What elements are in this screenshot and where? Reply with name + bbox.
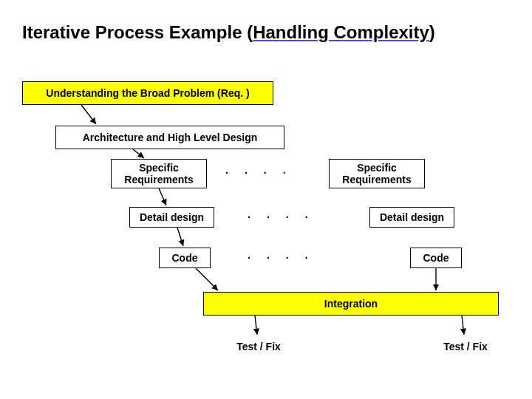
label-integration: Integration xyxy=(324,298,378,310)
box-integration: Integration xyxy=(203,292,499,316)
svg-line-6 xyxy=(255,316,257,335)
label-specreq-left: Specific Requirements xyxy=(124,162,193,185)
dot: · xyxy=(245,167,248,179)
box-testfix-left: Test / Fix xyxy=(225,336,292,357)
slide-title: Iterative Process Example (Handling Comp… xyxy=(22,22,435,43)
dot: · xyxy=(283,167,286,179)
svg-line-2 xyxy=(159,188,166,205)
dots-row-2: · · · · xyxy=(248,211,308,223)
label-architecture: Architecture and High Level Design xyxy=(83,132,258,143)
dot: · xyxy=(305,211,308,223)
box-understanding: Understanding the Broad Problem (Req. ) xyxy=(22,81,273,105)
box-detail-left: Detail design xyxy=(129,207,214,228)
label-testfix-left: Test / Fix xyxy=(236,341,281,352)
dot: · xyxy=(305,252,308,264)
dot: · xyxy=(267,211,270,223)
label-detail-left: Detail design xyxy=(140,211,204,223)
label-code-right: Code xyxy=(423,252,449,264)
svg-line-0 xyxy=(81,105,96,124)
box-detail-right: Detail design xyxy=(369,207,454,228)
dots-row-1: · · · · xyxy=(225,167,286,179)
dot: · xyxy=(286,211,289,223)
label-detail-right: Detail design xyxy=(380,211,444,223)
dot: · xyxy=(267,252,270,264)
title-prefix: Iterative Process Example ( xyxy=(22,22,253,42)
dot: · xyxy=(225,167,228,179)
box-specreq-right: Specific Requirements xyxy=(329,159,425,188)
label-specreq-right: Specific Requirements xyxy=(342,162,411,185)
svg-line-3 xyxy=(177,228,183,246)
box-specreq-left: Specific Requirements xyxy=(111,159,207,188)
title-underlined: Handling Complexity xyxy=(253,22,429,42)
dot: · xyxy=(248,211,250,223)
box-testfix-right: Test / Fix xyxy=(432,336,499,357)
box-code-right: Code xyxy=(410,248,462,268)
svg-line-7 xyxy=(462,316,464,335)
box-code-left: Code xyxy=(159,248,211,268)
label-understanding: Understanding the Broad Problem (Req. ) xyxy=(46,87,249,99)
dot: · xyxy=(286,252,289,264)
dot: · xyxy=(264,167,267,179)
dot: · xyxy=(248,252,250,264)
label-testfix-right: Test / Fix xyxy=(443,341,488,352)
label-code-left: Code xyxy=(172,252,198,264)
dots-row-3: · · · · xyxy=(248,252,308,264)
title-suffix: ) xyxy=(429,22,435,42)
svg-line-1 xyxy=(133,149,144,158)
svg-line-4 xyxy=(196,268,218,290)
box-architecture: Architecture and High Level Design xyxy=(55,126,284,149)
